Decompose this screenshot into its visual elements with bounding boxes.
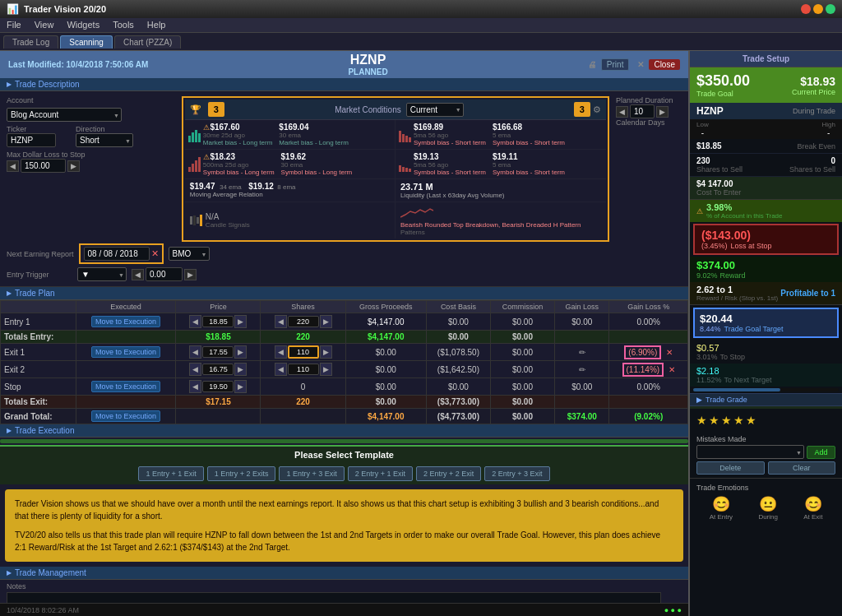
- exit1-price-input[interactable]: [202, 346, 234, 358]
- pd-input[interactable]: [630, 104, 655, 118]
- entry1-price-inc[interactable]: ▶: [234, 315, 247, 328]
- entry1-shares-input[interactable]: [288, 316, 319, 327]
- entry1-price-dec[interactable]: ◀: [189, 315, 201, 328]
- exit1-price-inc[interactable]: ▶: [234, 345, 247, 359]
- trade-desc-header[interactable]: ▶ Trade Description: [0, 78, 688, 91]
- et-inc[interactable]: ▶: [184, 269, 197, 280]
- star-3[interactable]: ★: [721, 414, 732, 427]
- max-dollar-dec[interactable]: ◀: [7, 160, 19, 172]
- delete-mistake-btn[interactable]: Delete: [696, 461, 765, 475]
- star-5[interactable]: ★: [746, 414, 756, 427]
- menu-view[interactable]: View: [35, 20, 54, 30]
- star-2[interactable]: ★: [709, 414, 719, 427]
- exit2-shares-dec[interactable]: ◀: [275, 363, 287, 376]
- max-dollar-input[interactable]: [21, 159, 66, 173]
- trade-mgmt-header[interactable]: ▶ Trade Management: [0, 567, 688, 580]
- rp-target-area: $20.44 8.44% Trade Goal Target: [693, 308, 839, 338]
- stop-price-dec[interactable]: ◀: [189, 380, 201, 393]
- close-window-btn[interactable]: [801, 4, 811, 14]
- entry1-shares-dec[interactable]: ◀: [275, 315, 287, 328]
- gt-exec-btn[interactable]: Move to Execution: [91, 410, 160, 422]
- mc-r1c2-text: $169.89 5ma 56 ago Symbol bias - Short t…: [414, 123, 486, 146]
- exit1-remove-icon[interactable]: ✕: [666, 348, 673, 357]
- ne-clear-icon[interactable]: ✕: [151, 248, 159, 259]
- exit1-shares-dec[interactable]: ◀: [275, 345, 287, 359]
- entry1-price-input[interactable]: [202, 316, 234, 327]
- et-dec[interactable]: ◀: [132, 269, 144, 280]
- close-btn[interactable]: Close: [649, 59, 680, 70]
- rp-loss-pct: (3.45%): [701, 242, 728, 250]
- star-1[interactable]: ★: [696, 414, 707, 427]
- et-label: Entry Trigger: [7, 271, 72, 279]
- menu-tools[interactable]: Tools: [113, 20, 134, 30]
- et-type-select[interactable]: ▼: [77, 267, 127, 281]
- exit1-shares-input[interactable]: [288, 345, 319, 359]
- exit1-shares-inc[interactable]: ▶: [320, 345, 332, 359]
- mistakes-select[interactable]: [696, 445, 804, 459]
- trade-exec-header[interactable]: ▶ Trade Execution: [0, 424, 688, 438]
- pd-dec[interactable]: ◀: [616, 106, 628, 118]
- exit2-row: Exit 2 ◀ ▶ ◀: [1, 361, 688, 378]
- mc-r1c1: ⚠ $167.60 30me 25d ago Market bias - Lon…: [185, 120, 396, 150]
- emotion-exit-face[interactable]: 😊: [803, 495, 822, 513]
- entry1-shares-inc[interactable]: ▶: [320, 315, 332, 328]
- exit2-price-dec[interactable]: ◀: [189, 363, 201, 376]
- maximize-window-btn[interactable]: [826, 4, 835, 14]
- tmpl-btn-2[interactable]: 1 Entry + 3 Exit: [279, 466, 344, 481]
- add-mistake-btn[interactable]: Add: [807, 446, 835, 459]
- ne-date-input[interactable]: [84, 247, 150, 261]
- emotion-during-face[interactable]: 😐: [758, 495, 778, 513]
- star-4[interactable]: ★: [733, 414, 744, 427]
- stop-exec-btn[interactable]: Move to Execution: [91, 381, 160, 392]
- tmpl-btn-0[interactable]: 1 Entry + 1 Exit: [138, 466, 203, 481]
- tmpl-btn-5[interactable]: 2 Entry + 3 Exit: [484, 466, 549, 481]
- gt-comm: $0.00: [490, 409, 554, 424]
- rp-shares-right: 0 Shares to Sell: [789, 156, 835, 174]
- current-select[interactable]: Current: [406, 103, 464, 117]
- tm-title: Trade Management: [15, 568, 86, 577]
- rp-grade-section-header[interactable]: ▶ Trade Grade: [690, 393, 842, 406]
- mc-price-1: $167.60: [210, 123, 239, 132]
- account-select[interactable]: Blog Account: [7, 108, 122, 122]
- clear-mistakes-btn[interactable]: Clear: [768, 461, 836, 475]
- tmpl-btn-1[interactable]: 1 Entry + 2 Exits: [207, 466, 276, 481]
- exit2-remove-icon[interactable]: ✕: [669, 365, 675, 374]
- entry1-exec-btn[interactable]: Move to Execution: [91, 316, 160, 327]
- rp-shares-label2: Shares to Sell: [789, 165, 835, 174]
- stop-price-input[interactable]: [202, 381, 234, 392]
- trade-plan-header[interactable]: ▶ Trade Plan: [0, 287, 688, 300]
- tab-trade-log[interactable]: Trade Log: [3, 35, 58, 49]
- ne-source-select[interactable]: BMO: [169, 247, 210, 261]
- exit2-shares-input[interactable]: [288, 364, 319, 375]
- max-dollar-inc[interactable]: ▶: [67, 160, 80, 172]
- trade-plan-table: Executed Price Shares Gross Proceeds Cos…: [0, 300, 688, 424]
- direction-select[interactable]: Short Long: [76, 133, 133, 147]
- bar-chart-4: [399, 157, 411, 172]
- exit2-price-input[interactable]: [202, 364, 234, 375]
- entry1-shares-stepper: ◀ ▶: [275, 315, 332, 328]
- mc-r4-sub2: Patterns: [400, 229, 601, 236]
- menu-widgets[interactable]: Widgets: [67, 20, 99, 30]
- menu-help[interactable]: Help: [147, 20, 166, 30]
- menu-file[interactable]: File: [7, 20, 21, 30]
- emotion-entry-face[interactable]: 😊: [710, 495, 733, 513]
- rp-reward-row: $374.00 9.02% Reward: [696, 259, 835, 280]
- pd-inc[interactable]: ▶: [656, 106, 669, 118]
- et-input[interactable]: [146, 267, 183, 281]
- info-text-2: TV20/20 also tells us that this trade pl…: [15, 529, 673, 553]
- exit1-exec-btn[interactable]: Move to Execution: [91, 346, 160, 358]
- ticker-input[interactable]: [7, 133, 56, 147]
- notes-textarea[interactable]: [7, 592, 661, 603]
- tab-chart[interactable]: Chart (PZZA): [114, 35, 181, 49]
- exit2-price-stepper: ◀ ▶: [189, 363, 247, 376]
- stop-price-inc[interactable]: ▶: [234, 380, 247, 393]
- tab-scanning[interactable]: Scanning: [60, 35, 113, 49]
- tmpl-btn-3[interactable]: 2 Entry + 1 Exit: [348, 466, 413, 481]
- print-btn[interactable]: Print: [601, 58, 630, 71]
- exit2-price-inc[interactable]: ▶: [234, 363, 247, 376]
- exit1-price-dec[interactable]: ◀: [189, 345, 201, 359]
- exit1-cost: ($1,078.50): [426, 344, 490, 361]
- exit2-shares-inc[interactable]: ▶: [320, 363, 332, 376]
- tmpl-btn-4[interactable]: 2 Entry + 2 Exit: [416, 466, 481, 481]
- minimize-window-btn[interactable]: [813, 4, 823, 14]
